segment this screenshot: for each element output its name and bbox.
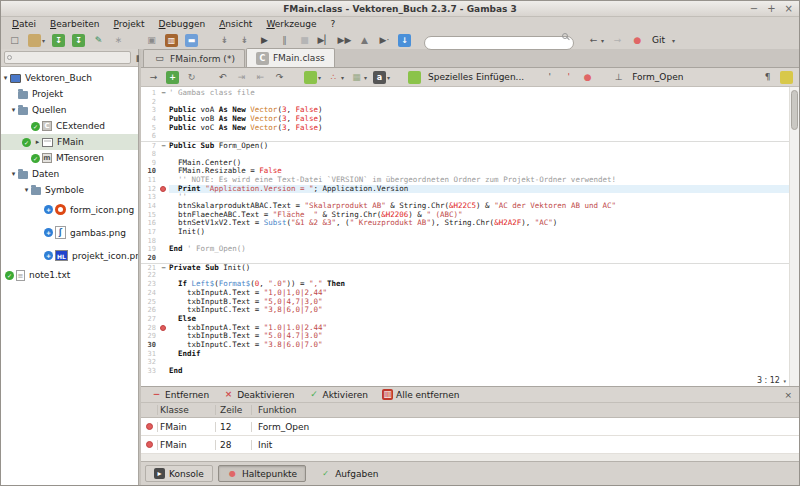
expander-icon[interactable]: ▾ [9, 170, 18, 178]
close-panel-icon[interactable]: × [784, 390, 792, 400]
remove-all-breakpoints-button[interactable]: ▥Alle entfernen [376, 389, 466, 400]
line-marker[interactable] [158, 202, 169, 211]
line-marker[interactable]: − [158, 89, 169, 98]
line-marker[interactable] [158, 280, 169, 289]
toolbar-search-input[interactable] [424, 36, 574, 50]
line-marker[interactable] [158, 211, 169, 220]
line-marker[interactable]: − [158, 142, 169, 150]
tree-item-symbole[interactable]: ▾Symbole [1, 182, 138, 198]
menu-bearbeiten[interactable]: Bearbeiten [43, 18, 106, 30]
code-line[interactable]: 19End ' Form_Open() [141, 245, 799, 254]
expander-icon[interactable]: ▾ [22, 186, 31, 194]
code-line[interactable]: 6 [141, 132, 799, 141]
code-line[interactable]: 30 txbInputC.Text = "3.8|6.0|7.0" [141, 341, 799, 350]
step-icon-button[interactable]: ▶▏ [316, 33, 333, 48]
line-marker[interactable] [158, 115, 169, 124]
line-marker[interactable] [158, 358, 169, 367]
tree-item-fmain[interactable]: ✓▸FMain [1, 134, 138, 150]
tree-item-project-root[interactable]: ▾Vektoren_Buch [1, 70, 138, 86]
lock-icon-button[interactable] [778, 70, 795, 85]
indent-icon-button[interactable]: ⇥ [233, 70, 250, 85]
code-line[interactable]: 33End [141, 367, 799, 376]
maximize-button[interactable]: + [767, 1, 775, 17]
reload-icon-button[interactable]: ↻ [183, 70, 200, 85]
tree-item-mtensoren[interactable]: ✓mMTensoren [1, 150, 138, 166]
menu-projekt[interactable]: Projekt [107, 18, 152, 30]
stop-icon-button[interactable]: ■ [296, 33, 313, 48]
view-code-icon-button[interactable]: ▾ [302, 70, 323, 85]
git-status-icon-button[interactable]: ● [629, 33, 646, 48]
menu-datei[interactable]: Datei [5, 18, 43, 30]
tree-item-form-icon-png[interactable]: +form_icon.png [1, 198, 138, 221]
fold-icon[interactable]: − [161, 89, 165, 97]
line-marker[interactable] [158, 124, 169, 133]
minimize-button[interactable]: − [750, 1, 758, 17]
special-paste-icon-button[interactable] [406, 70, 423, 85]
finish-icon-button[interactable]: ▲ [356, 33, 373, 48]
redo-icon-button[interactable]: ↷ [271, 70, 288, 85]
menu-ansicht[interactable]: Ansicht [212, 18, 259, 30]
code-line[interactable]: 17 Init() [141, 228, 799, 237]
tab-konsole[interactable]: ▸Konsole [145, 465, 213, 482]
close-button[interactable]: × [785, 1, 793, 17]
save-all-icon-button[interactable]: ↧ [70, 33, 87, 48]
special-paste-label[interactable]: Spezielles Einfügen... [428, 72, 524, 82]
expander-icon[interactable]: ▸ [33, 138, 42, 146]
line-marker[interactable] [158, 159, 169, 168]
breakpoint-icon[interactable] [160, 325, 166, 331]
line-marker[interactable] [158, 193, 169, 202]
line-marker[interactable] [158, 150, 169, 159]
tree-item-note1-txt[interactable]: ✓≡note1.txt [1, 267, 138, 283]
tree-item-projekt[interactable]: Projekt [1, 86, 138, 102]
line-marker[interactable] [158, 254, 169, 263]
line-marker[interactable] [158, 289, 169, 298]
code-line[interactable]: 5Public voC As New Vector(3, False) [141, 124, 799, 133]
breakpoint-row[interactable]: FMain28Init [141, 436, 799, 454]
tab-fmain-form[interactable]: ▭FMain.form (*) [143, 49, 245, 67]
code-line[interactable]: 31 Endif [141, 350, 799, 359]
procedure-name[interactable]: Form_Open [632, 72, 683, 82]
scrollbar-thumb[interactable] [791, 90, 798, 130]
line-marker[interactable] [158, 132, 169, 141]
line-marker[interactable] [158, 167, 169, 176]
run-until-icon-button[interactable]: ▶· [376, 33, 393, 48]
run-icon-button[interactable]: ▶ [256, 33, 273, 48]
expander-icon[interactable]: ▾ [9, 106, 18, 114]
line-marker[interactable] [158, 271, 169, 280]
code-line[interactable]: 7−Public Sub Form_Open() [141, 141, 799, 150]
code-line[interactable]: 26 txbInputC.Text = "3,8|6,0|7,0" [141, 306, 799, 315]
remove-breakpoint-button[interactable]: −Entfernen [145, 389, 215, 400]
menu-debuggen[interactable]: Debuggen [152, 18, 213, 30]
editor-scrollbar[interactable] [789, 87, 799, 386]
make-executable-icon-button[interactable]: ▥ [163, 33, 180, 48]
sidebar-filter-input[interactable] [4, 51, 131, 64]
line-marker[interactable] [158, 350, 169, 359]
show-whitespace-icon-button[interactable]: ¶ [759, 70, 776, 85]
step-over-icon-button[interactable]: ▶▶ [336, 33, 353, 48]
code-editor[interactable]: 1−' Gambas class file23Public voA As New… [141, 87, 799, 386]
git-menu[interactable]: Git [652, 35, 665, 45]
update-icon-button[interactable]: ↓ [396, 33, 413, 48]
tab-aufgaben[interactable]: ✓Aufgaben [311, 465, 387, 482]
breakpoint-row[interactable]: FMain12Form_Open [141, 418, 799, 436]
line-marker[interactable] [158, 332, 169, 341]
line-marker[interactable] [158, 176, 169, 185]
line-marker[interactable] [158, 341, 169, 350]
uncomment-line-icon-button[interactable]: ' [560, 70, 577, 85]
line-marker[interactable] [158, 367, 169, 376]
grid-icon-button[interactable]: ▦▾ [348, 70, 369, 85]
comment-bubble-icon-button[interactable]: ▬ [183, 33, 200, 48]
cursor-position[interactable]: 3 : 12 ▾ [753, 376, 786, 385]
line-marker[interactable]: − [158, 264, 169, 272]
line-marker[interactable] [158, 298, 169, 307]
back-icon-button[interactable]: ←▾ [585, 33, 606, 48]
unindent-icon-button[interactable]: ⇤ [252, 70, 269, 85]
undo-icon-button[interactable]: ↶ [214, 70, 231, 85]
code-line[interactable]: 20 [141, 254, 799, 263]
save-project-icon-button[interactable]: ↧ [50, 33, 67, 48]
line-marker[interactable] [158, 185, 169, 194]
line-marker[interactable] [158, 219, 169, 228]
goto-line-icon-button[interactable]: → [145, 70, 162, 85]
code-line[interactable]: 12 Print "Application.Version = "; Appli… [141, 185, 799, 194]
code-line[interactable]: 21−Private Sub Init() [141, 263, 799, 272]
